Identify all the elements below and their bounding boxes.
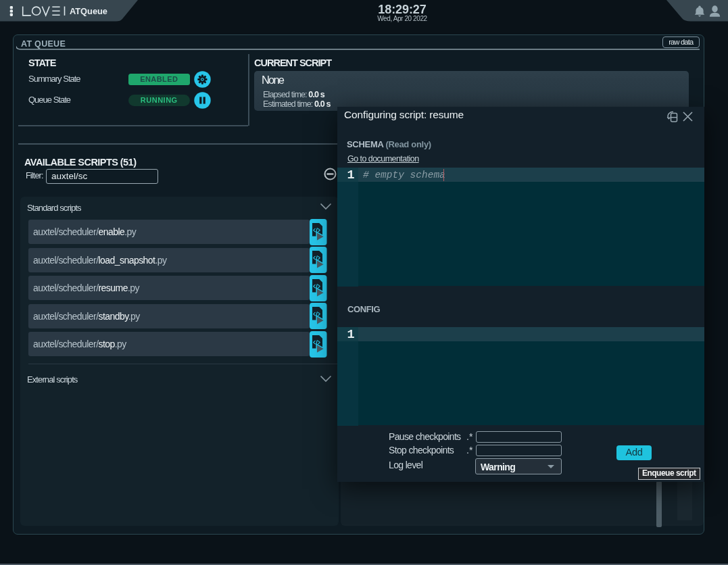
svg-text:ATQueue: ATQueue (70, 6, 107, 16)
